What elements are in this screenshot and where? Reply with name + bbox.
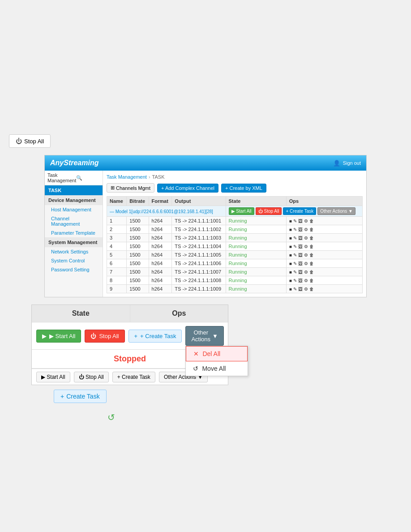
image-op-icon[interactable]: 🖼 [298, 287, 303, 292]
settings-op-icon[interactable]: ⚙ [304, 287, 308, 292]
settings-op-icon[interactable]: ⚙ [304, 227, 308, 232]
edit-op-icon[interactable]: ✎ [293, 244, 297, 249]
del-all-item[interactable]: ✕ Del All [186, 346, 248, 361]
edit-op-icon[interactable]: ✎ [293, 227, 297, 232]
sidebar-item-system-control[interactable]: System Control [45, 256, 103, 265]
image-op-icon[interactable]: 🖼 [298, 270, 303, 275]
cell-state: Running [226, 234, 286, 242]
ops-icons: ■ ✎ 🖼 ⚙ 🗑 [289, 253, 360, 257]
edit-op-icon[interactable]: ✎ [293, 236, 297, 240]
image-op-icon[interactable]: 🖼 [298, 253, 303, 257]
stop-op-icon[interactable]: ■ [289, 236, 292, 240]
sidebar-item-channel-management[interactable]: Channel Management [45, 214, 103, 228]
cell-output: TS -> 224.1.1.1:1008 [172, 276, 226, 285]
edit-op-icon[interactable]: ✎ [293, 287, 297, 292]
move-icon-standalone[interactable]: ↺ [107, 412, 402, 423]
image-op-icon[interactable]: 🖼 [298, 227, 303, 232]
partial-stop-button[interactable]: ⏻ Stop All [74, 372, 109, 382]
sidebar-search-row: Task Management 🔍 [45, 171, 103, 185]
sidebar-item-password-setting[interactable]: Password Setting [45, 265, 103, 274]
top-stop-all-label: Stop All [24, 138, 44, 145]
cell-id: 7 [107, 268, 127, 276]
settings-op-icon[interactable]: ⚙ [304, 244, 308, 249]
stop-op-icon[interactable]: ■ [289, 278, 292, 283]
other-actions-button[interactable]: Other Actions ▼ [185, 326, 224, 346]
search-icon[interactable]: 🔍 [76, 175, 100, 181]
cell-format: h264 [149, 242, 172, 251]
cell-bitrate: 1500 [127, 234, 149, 242]
ops-icons: ■ ✎ 🖼 ⚙ 🗑 [289, 244, 360, 249]
sidebar-item-parameter-template[interactable]: Parameter Template [45, 228, 103, 237]
partial-create-button[interactable]: + Create Task [112, 372, 155, 382]
zoom-start-all-button[interactable]: ▶ ▶ Start All [36, 330, 81, 343]
model-start-all-button[interactable]: ▶ Start All [229, 207, 254, 215]
stop-op-icon[interactable]: ■ [289, 270, 292, 275]
image-op-icon[interactable]: 🖼 [298, 244, 303, 249]
main-content: Task Management › TASK ⊞ Channels Mgmt +… [103, 171, 366, 297]
model-stop-all-button[interactable]: ⏻ Stop All [256, 207, 282, 215]
model-row-link[interactable]: — Model 1[udp://224.6.6.6:6001@192.168.1… [110, 209, 213, 214]
stop-op-icon[interactable]: ■ [289, 261, 292, 266]
cell-ops: ■ ✎ 🖼 ⚙ 🗑 [286, 217, 362, 225]
cell-id: 6 [107, 259, 127, 268]
breadcrumb-parent[interactable]: Task Management [107, 174, 147, 180]
stop-op-icon[interactable]: ■ [289, 244, 292, 249]
table-row: 3 1500 h264 TS -> 224.1.1.1:1003 Running… [107, 234, 363, 242]
delete-op-icon[interactable]: 🗑 [309, 270, 314, 275]
settings-op-icon[interactable]: ⚙ [304, 236, 308, 240]
create-by-xml-button[interactable]: + Create by XML [221, 184, 266, 193]
cell-output: TS -> 224.1.1.1:1009 [172, 285, 226, 293]
stop-op-icon[interactable]: ■ [289, 219, 292, 223]
delete-op-icon[interactable]: 🗑 [309, 261, 314, 266]
sidebar-item-host-management[interactable]: Host Management [45, 205, 103, 214]
stop-op-icon[interactable]: ■ [289, 253, 292, 257]
channels-mgmt-button[interactable]: ⊞ Channels Mgmt [107, 183, 154, 193]
col-output: Output [172, 197, 226, 206]
cell-state: Running [226, 268, 286, 276]
zoom-toolbar-row: ▶ ▶ Start All ⏻ Stop All + + Create Task… [32, 322, 228, 350]
stop-op-icon[interactable]: ■ [289, 227, 292, 232]
main-toolbar: ⊞ Channels Mgmt + Add Complex Channel + … [107, 183, 363, 193]
settings-op-icon[interactable]: ⚙ [304, 278, 308, 283]
model-create-task-button[interactable]: + Create Task [283, 207, 316, 215]
settings-op-icon[interactable]: ⚙ [304, 270, 308, 275]
delete-op-icon[interactable]: 🗑 [309, 287, 314, 292]
sidebar-task-label[interactable]: TASK [45, 185, 103, 195]
cell-format: h264 [149, 285, 172, 293]
image-op-icon[interactable]: 🖼 [298, 219, 303, 223]
partial-start-button[interactable]: ▶ Start All [36, 372, 70, 382]
create-task-standalone-button[interactable]: + Create Task [54, 390, 107, 403]
delete-op-icon[interactable]: 🗑 [309, 236, 314, 240]
edit-op-icon[interactable]: ✎ [293, 219, 297, 223]
delete-op-icon[interactable]: 🗑 [309, 278, 314, 283]
settings-op-icon[interactable]: ⚙ [304, 253, 308, 257]
zoom-create-task-button[interactable]: + + Create Task [128, 330, 182, 343]
image-op-icon[interactable]: 🖼 [298, 236, 303, 240]
cell-output: TS -> 224.1.1.1:1004 [172, 242, 226, 251]
add-complex-channel-button[interactable]: + Add Complex Channel [157, 184, 218, 193]
model-other-actions-button[interactable]: Other Actions ▼ [317, 207, 355, 215]
top-stop-all-button[interactable]: ⏻ Stop All [9, 134, 51, 148]
sign-out-button[interactable]: Sign out [343, 160, 361, 166]
stopped-label: Stopped [114, 354, 146, 363]
image-op-icon[interactable]: 🖼 [298, 261, 303, 266]
settings-op-icon[interactable]: ⚙ [304, 219, 308, 223]
stop-op-icon[interactable]: ■ [289, 287, 292, 292]
delete-op-icon[interactable]: 🗑 [309, 244, 314, 249]
edit-op-icon[interactable]: ✎ [293, 261, 297, 266]
delete-op-icon[interactable]: 🗑 [309, 219, 314, 223]
settings-op-icon[interactable]: ⚙ [304, 261, 308, 266]
cell-bitrate: 1500 [127, 225, 149, 234]
image-op-icon[interactable]: 🖼 [298, 278, 303, 283]
edit-op-icon[interactable]: ✎ [293, 270, 297, 275]
delete-op-icon[interactable]: 🗑 [309, 253, 314, 257]
edit-op-icon[interactable]: ✎ [293, 278, 297, 283]
zoom-stop-all-button[interactable]: ⏻ Stop All [85, 330, 124, 343]
move-all-item[interactable]: ↺ Move All [186, 361, 248, 376]
sidebar-item-network-settings[interactable]: Network Settings [45, 247, 103, 256]
cell-ops: ■ ✎ 🖼 ⚙ 🗑 [286, 285, 362, 293]
zoom-ops-header: Ops [130, 305, 228, 322]
delete-op-icon[interactable]: 🗑 [309, 227, 314, 232]
edit-op-icon[interactable]: ✎ [293, 253, 297, 257]
plus-icon: + [134, 333, 138, 339]
